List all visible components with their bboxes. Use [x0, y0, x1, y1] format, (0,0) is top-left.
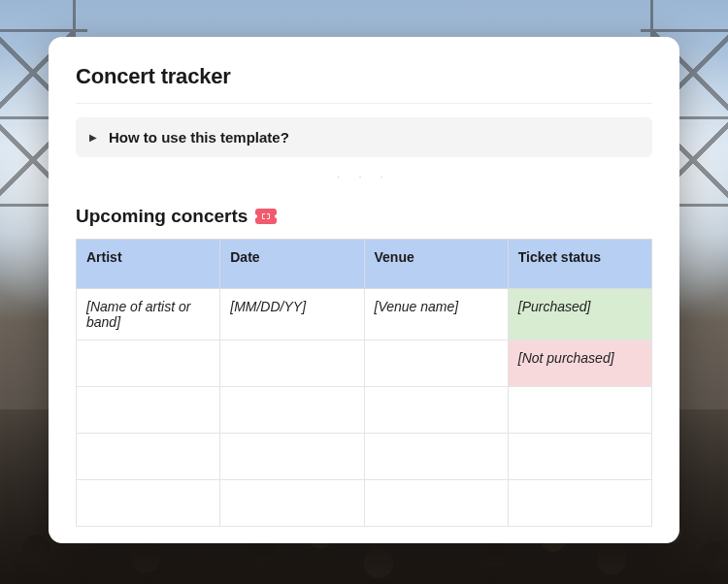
col-header-artist[interactable]: Artist [77, 240, 220, 289]
table-row: [Name of artist or band] [MM/DD/YY] [Ven… [77, 289, 652, 341]
cell-status[interactable]: [Purchased] [508, 289, 651, 341]
cell-status[interactable]: [Not purchased] [508, 341, 651, 387]
cell-date[interactable] [220, 480, 364, 527]
col-header-venue[interactable]: Venue [364, 240, 508, 289]
table-row [77, 480, 652, 527]
cell-status[interactable] [508, 480, 651, 527]
ticket-icon [255, 209, 277, 224]
cell-artist[interactable] [77, 434, 220, 480]
cell-status[interactable] [508, 387, 651, 434]
cell-venue[interactable] [364, 387, 508, 434]
cell-date[interactable] [220, 434, 364, 480]
table-row [77, 387, 652, 434]
section-heading-text: Upcoming concerts [76, 206, 248, 227]
cell-venue[interactable] [364, 480, 508, 527]
document-card: Concert tracker ▶ How to use this templa… [49, 37, 679, 543]
cell-artist[interactable]: [Name of artist or band] [77, 289, 220, 341]
table-body: [Name of artist or band] [MM/DD/YY] [Ven… [77, 289, 652, 527]
col-header-date[interactable]: Date [220, 240, 364, 289]
title-divider [76, 103, 652, 104]
upcoming-concerts-heading: Upcoming concerts [76, 206, 652, 227]
concerts-table: Artist Date Venue Ticket status [Name of… [76, 239, 652, 527]
cell-artist[interactable] [77, 480, 220, 527]
cell-date[interactable]: [MM/DD/YY] [220, 289, 364, 341]
toggle-caret-icon: ▶ [89, 133, 97, 143]
cell-venue[interactable]: [Venue name] [364, 289, 508, 341]
table-row [77, 434, 652, 480]
cell-date[interactable] [220, 387, 364, 434]
page-title: Concert tracker [76, 64, 652, 103]
cell-artist[interactable] [77, 341, 220, 387]
table-header-row: Artist Date Venue Ticket status [77, 240, 652, 289]
col-header-status[interactable]: Ticket status [508, 240, 651, 289]
cell-status[interactable] [508, 434, 651, 480]
cell-venue[interactable] [364, 434, 508, 480]
table-row: [Not purchased] [77, 341, 652, 387]
cell-date[interactable] [220, 341, 364, 387]
how-to-use-toggle[interactable]: ▶ How to use this template? [76, 117, 652, 157]
cell-venue[interactable] [364, 341, 508, 387]
section-divider-dots: · · · [76, 157, 652, 206]
toggle-label: How to use this template? [109, 129, 289, 146]
cell-artist[interactable] [77, 387, 220, 434]
